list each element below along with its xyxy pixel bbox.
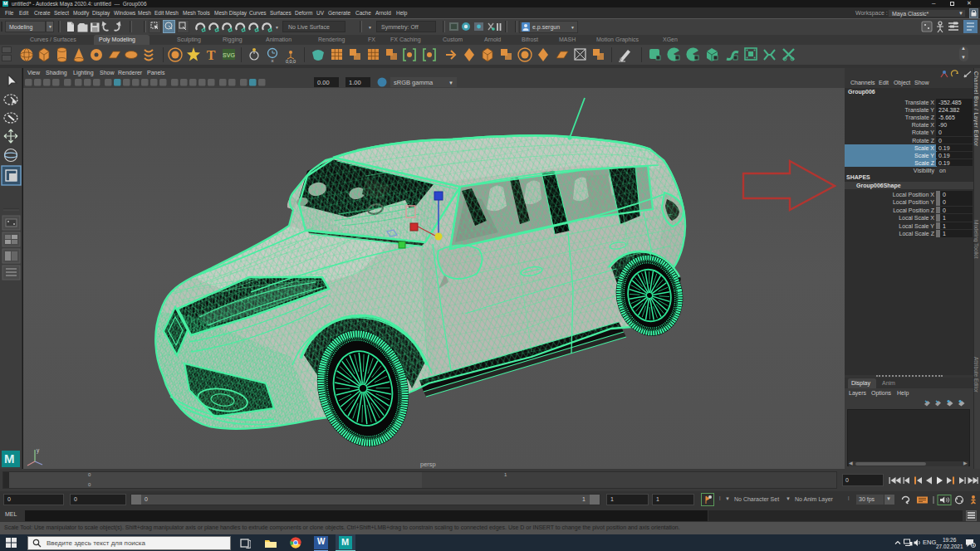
svg-text:x: x (272, 58, 274, 63)
svg-text:4: 4 (973, 543, 975, 548)
svg-text:SVG: SVG (223, 52, 235, 58)
svg-text:0.00: 0.00 (317, 79, 330, 86)
svg-text:▼: ▼ (448, 80, 453, 85)
svg-text:T: T (207, 48, 216, 62)
svg-text:persp: persp (420, 461, 436, 468)
svg-text:sRGB gamma: sRGB gamma (394, 79, 434, 86)
svg-text:1.00: 1.00 (349, 79, 361, 86)
svg-text:0,0,0: 0,0,0 (286, 59, 296, 64)
